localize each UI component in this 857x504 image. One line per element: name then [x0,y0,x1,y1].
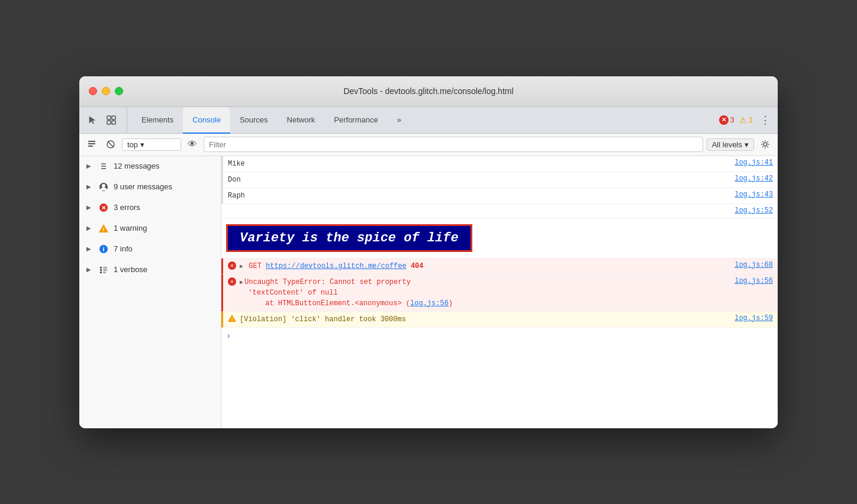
devtools-window: DevTools - devtools.glitch.me/console/lo… [79,76,778,428]
expand-arrow-icon[interactable]: ▶ [240,262,243,271]
warning-row-icon: ! [228,314,240,322]
more-menu-button[interactable]: ⋮ [758,114,773,127]
console-row-get-error: ✕ ▶ GET https://devtools.glitch.me/coffe… [221,259,778,274]
arrow-icon: ▶ [86,204,94,211]
levels-selector[interactable]: All levels ▾ [707,138,754,151]
error-inner-link[interactable]: log.js:56 [410,299,449,308]
user-icon [98,182,109,192]
arrow-icon: ▶ [86,266,94,273]
svg-rect-23 [103,267,107,269]
maximize-button[interactable] [115,87,123,95]
svg-point-14 [102,184,105,188]
console-row-raph: Raph log.js:43 [221,188,778,204]
error-count-badge[interactable]: ✕ 3 [719,115,734,125]
inspect-icon[interactable] [103,112,120,128]
error-circle-icon-2: ✕ [228,277,236,286]
sidebar-label-user-messages: 9 user messages [114,182,172,191]
console-value-don: Don [228,175,725,185]
traffic-lights [89,87,123,95]
svg-rect-0 [107,116,111,119]
svg-text:!: ! [231,317,233,322]
filter-input[interactable] [204,137,703,152]
stop-messages-button[interactable] [103,137,118,152]
svg-rect-4 [88,141,95,142]
svg-rect-3 [112,121,115,124]
tab-left-icons [84,107,127,133]
console-file-raph[interactable]: log.js:43 [725,190,773,199]
tab-right-area: ✕ 3 ⚠ 1 ⋮ [719,107,773,133]
error-status: 404 [411,262,424,270]
tab-elements[interactable]: Elements [132,107,183,133]
variety-text: Variety is the spice of life [240,231,459,245]
svg-rect-6 [88,146,93,147]
console-prompt[interactable]: › [221,328,778,344]
console-row-don: Don log.js:42 [221,172,778,188]
sidebar-item-user-messages[interactable]: ▶ 9 user messages [79,177,221,198]
svg-rect-22 [100,272,102,273]
sidebar-item-errors[interactable]: ▶ ✕ 3 errors [79,198,221,218]
console-value-mike: Mike [228,159,725,169]
console-get-error-content: ▶ GET https://devtools.glitch.me/coffee … [240,261,725,272]
svg-text:!: ! [103,227,105,232]
context-selector[interactable]: top ▾ [122,138,181,151]
error-url-link[interactable]: https://devtools.glitch.me/coffee [266,262,407,270]
tab-console[interactable]: Console [183,107,230,133]
eye-button[interactable]: 👁 [185,137,200,152]
sidebar-label-warnings: 1 warning [114,224,147,232]
console-row-variety: Variety is the spice of life [221,218,778,259]
close-button[interactable] [89,87,97,95]
levels-arrow-icon: ▾ [745,140,749,149]
console-file-56[interactable]: log.js:56 [725,277,773,285]
error-row-icon-2: ✕ [228,277,240,286]
console-violation-content: [Violation] 'click' handler took 3000ms [240,314,725,325]
variety-box: Variety is the spice of life [226,224,472,252]
minimize-button[interactable] [102,87,110,95]
svg-rect-24 [103,269,107,271]
verbose-icon [98,264,109,275]
sidebar: ▶ 12 messages ▶ [79,156,221,428]
console-file-mike[interactable]: log.js:41 [725,159,773,167]
info-icon: i [98,244,109,254]
console-value-raph: Raph [228,190,725,201]
svg-line-8 [108,141,114,147]
sidebar-item-verbose[interactable]: ▶ 1 verbose [79,260,221,280]
console-row-typeerror: ✕ ▶Uncaught TypeError: Cannot set proper… [221,274,778,312]
cursor-icon[interactable] [84,112,101,128]
warning-icon: ! [98,223,109,234]
arrow-icon: ▶ [86,225,94,231]
error-badge-icon: ✕ [719,115,729,125]
svg-rect-20 [100,267,102,269]
tab-sources[interactable]: Sources [230,107,278,133]
sidebar-item-warnings[interactable]: ▶ ! 1 warning [79,218,221,239]
tab-performance[interactable]: Performance [324,107,387,133]
warning-count-badge[interactable]: ⚠ 1 [739,115,753,125]
arrow-icon: ▶ [86,245,94,252]
svg-rect-2 [112,116,115,119]
clear-console-button[interactable] [84,137,99,152]
console-file-59[interactable]: log.js:59 [725,314,773,322]
console-row-violation: ! [Violation] 'click' handler took 3000m… [221,312,778,328]
expand-arrow-icon-2[interactable]: ▶ [240,278,243,287]
error-circle-icon: ✕ [228,261,236,270]
tab-more[interactable]: » [388,107,411,133]
sidebar-item-info[interactable]: ▶ i 7 info [79,239,221,260]
svg-text:✕: ✕ [101,205,106,211]
error-icon: ✕ [98,202,109,213]
svg-point-9 [763,143,767,146]
list-icon [98,161,109,172]
prompt-arrow: › [226,331,231,341]
sidebar-item-all-messages[interactable]: ▶ 12 messages [79,156,221,177]
console-toolbar: top ▾ 👁 All levels ▾ [79,134,778,156]
console-file-68[interactable]: log.js:68 [725,261,773,269]
warning-badge-icon: ⚠ [739,115,747,125]
settings-button[interactable] [758,137,773,152]
console-file-don[interactable]: log.js:42 [725,175,773,183]
console-output: Mike log.js:41 Don log.js:42 Raph log.js… [221,156,778,428]
sidebar-label-all-messages: 12 messages [114,161,159,170]
console-row-empty: log.js:52 [221,204,778,218]
tab-network[interactable]: Network [278,107,325,133]
arrow-icon: ▶ [86,163,94,169]
svg-text:i: i [102,245,104,253]
svg-rect-21 [100,269,102,271]
console-file-52[interactable]: log.js:52 [725,206,773,215]
